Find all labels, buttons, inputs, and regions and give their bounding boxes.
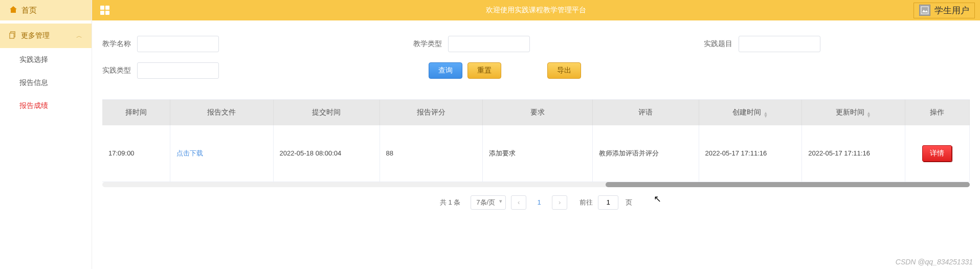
sort-icon: ▲▼ (763, 111, 768, 118)
teach-type-input[interactable] (448, 36, 530, 52)
cell-select-time: 17:09:00 (102, 125, 170, 182)
topbar: 欢迎使用实践课程教学管理平台 学生用户 (92, 0, 980, 20)
page-goto-input[interactable] (598, 195, 618, 210)
svg-marker-3 (922, 10, 928, 12)
page-total: 共 1 条 (440, 198, 460, 207)
table-header-row: 择时间 报告文件 提交时间 报告评分 要求 评语 创建时间▲▼ 更新时间▲▼ 操… (102, 100, 970, 125)
filter-label: 实践类型 (102, 66, 131, 75)
cell-file: 点击下载 (170, 125, 273, 182)
filter-label: 实践题目 (704, 39, 732, 49)
table-container: 择时间 报告文件 提交时间 报告评分 要求 评语 创建时间▲▼ 更新时间▲▼ 操… (102, 99, 970, 187)
practice-title-input[interactable] (739, 36, 820, 52)
page-title: 欢迎使用实践课程教学管理平台 (486, 6, 586, 15)
th-update-time[interactable]: 更新时间▲▼ (802, 100, 905, 125)
table-row: 17:09:00 点击下载 2022-05-18 08:00:04 88 添加要… (102, 125, 970, 182)
th-op: 操作 (905, 100, 969, 125)
filter-row-1: 教学名称 教学类型 实践题目 (102, 36, 970, 52)
sidebar-more-mgmt[interactable]: 更多管理 ︿ (0, 24, 92, 48)
user-label: 学生用户 (934, 5, 969, 16)
practice-type-input[interactable] (137, 62, 219, 79)
sidebar-home[interactable]: 首页 (0, 0, 92, 20)
filter-practice-title: 实践题目 (704, 36, 820, 52)
sidebar-item-report-info[interactable]: 报告信息 (0, 71, 92, 94)
scrollbar-thumb[interactable] (606, 182, 970, 187)
pagination: 共 1 条 7条/页 ‹ 1 › 前往 页 (102, 187, 970, 218)
th-requirement: 要求 (483, 100, 592, 125)
home-icon (9, 6, 17, 15)
main: 欢迎使用实践课程教学管理平台 学生用户 教学名称 教学类型 (92, 0, 980, 269)
detail-button[interactable]: 详情 (922, 145, 952, 162)
cell-op: 详情 (905, 125, 969, 182)
filter-teach-name: 教学名称 (102, 36, 219, 52)
teach-name-input[interactable] (137, 36, 219, 52)
watermark: CSDN @qq_834251331 (896, 258, 973, 266)
apps-grid-icon[interactable] (100, 6, 109, 15)
filter-label: 教学名称 (102, 39, 131, 49)
sidebar-item-practice-select[interactable]: 实践选择 (0, 48, 92, 71)
download-link[interactable]: 点击下载 (176, 149, 203, 157)
avatar-icon (919, 5, 930, 16)
content: 教学名称 教学类型 实践题目 实践类型 查询 (92, 20, 980, 269)
th-submit-time: 提交时间 (273, 100, 380, 125)
th-select-time: 择时间 (102, 100, 170, 125)
svg-rect-1 (10, 33, 14, 38)
th-score: 报告评分 (380, 100, 483, 125)
sidebar: 首页 更多管理 ︿ 实践选择 报告信息 报告成绩 (0, 0, 92, 269)
filter-teach-type: 教学类型 (413, 36, 530, 52)
sidebar-home-label: 首页 (21, 6, 37, 15)
page-next-button[interactable]: › (552, 195, 567, 210)
th-comment: 评语 (592, 100, 699, 125)
sort-icon: ▲▼ (866, 111, 871, 118)
cell-create-time: 2022-05-17 17:11:16 (699, 125, 802, 182)
sidebar-item-label: 实践选择 (19, 55, 48, 64)
cell-score: 88 (380, 125, 483, 182)
cell-submit-time: 2022-05-18 08:00:04 (273, 125, 380, 182)
page-size-select[interactable]: 7条/页 (471, 195, 506, 210)
page-prev-button[interactable]: ‹ (511, 195, 526, 210)
sidebar-item-label: 报告成绩 (19, 101, 48, 110)
copy-icon (9, 31, 17, 40)
data-table: 择时间 报告文件 提交时间 报告评分 要求 评语 创建时间▲▼ 更新时间▲▼ 操… (102, 100, 970, 182)
page-number[interactable]: 1 (531, 195, 547, 210)
page-goto-suffix: 页 (626, 198, 632, 207)
cell-comment: 教师添加评语并评分 (592, 125, 699, 182)
filter-row-2: 实践类型 查询 重置 导出 (102, 62, 970, 79)
user-menu[interactable]: 学生用户 (914, 3, 975, 18)
th-file: 报告文件 (170, 100, 273, 125)
th-create-time[interactable]: 创建时间▲▼ (699, 100, 802, 125)
reset-button[interactable]: 重置 (467, 62, 501, 79)
filter-practice-type: 实践类型 (102, 62, 219, 79)
chevron-up-icon: ︿ (76, 32, 82, 40)
export-button[interactable]: 导出 (547, 62, 581, 79)
sidebar-more-label: 更多管理 (21, 31, 50, 40)
page-goto-label: 前往 (580, 198, 593, 207)
cell-requirement: 添加要求 (483, 125, 592, 182)
query-button[interactable]: 查询 (429, 62, 462, 79)
filter-label: 教学类型 (413, 39, 442, 49)
cell-update-time: 2022-05-17 17:11:16 (802, 125, 905, 182)
sidebar-item-report-score[interactable]: 报告成绩 (0, 94, 92, 117)
svg-rect-2 (921, 7, 928, 14)
sidebar-item-label: 报告信息 (19, 78, 48, 87)
horizontal-scrollbar[interactable] (102, 182, 970, 187)
